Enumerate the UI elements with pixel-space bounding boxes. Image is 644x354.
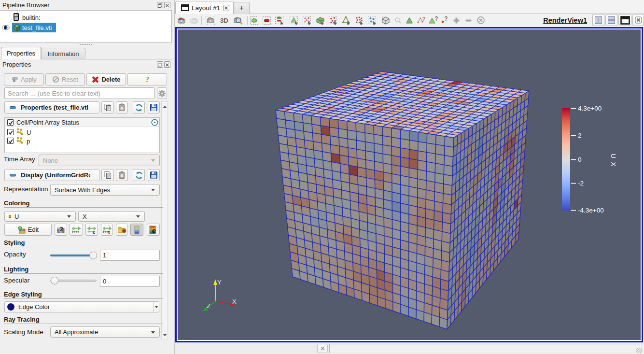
svg-text:-4.3e+00: -4.3e+00 [578,207,604,214]
svg-text:4.3e+00: 4.3e+00 [578,105,602,112]
svg-text:X: X [232,298,237,305]
svg-text:-2: -2 [578,180,584,187]
svg-text:Y: Y [217,279,222,286]
svg-text:2: 2 [578,132,582,139]
svg-text:Z: Z [207,302,210,310]
svg-text:U X: U X [610,154,617,168]
svg-text:0: 0 [578,156,582,163]
